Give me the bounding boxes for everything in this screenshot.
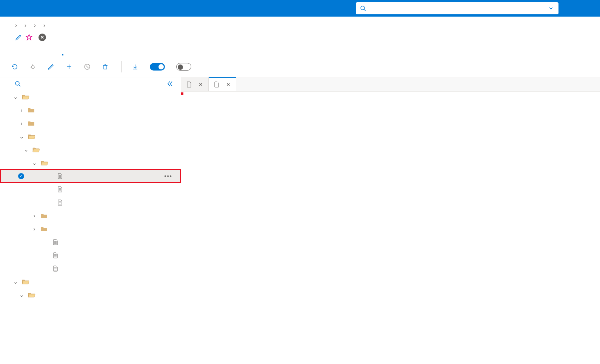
chevron-down-icon: ⌄ [23, 146, 29, 153]
file-tree-sidebar: ⌄ › › ⌄ ⌄ [0, 77, 181, 309]
svg-rect-11 [104, 65, 107, 69]
tab-fairness[interactable] [98, 48, 100, 55]
tab-explanations[interactable] [86, 48, 88, 55]
log-streaming-toggle[interactable] [150, 63, 168, 71]
chevron-right-icon: › [19, 107, 24, 113]
svg-point-3 [31, 66, 34, 69]
svg-point-16 [15, 81, 19, 85]
toggle-off-icon [176, 63, 191, 71]
file-execution-wrapper-log-2[interactable] [0, 249, 181, 262]
folder-retry-003[interactable]: › [0, 222, 181, 235]
close-icon[interactable]: ✕ [198, 81, 203, 88]
debug-button [29, 63, 39, 70]
register-model-button[interactable] [66, 63, 75, 70]
chevron-right-icon: › [19, 120, 24, 126]
file-icon [53, 266, 58, 272]
more-icon[interactable]: ••• [164, 173, 172, 179]
editor-tabs: ✕ ✕ [181, 77, 600, 92]
delete-button[interactable] [102, 63, 112, 70]
file-icon [57, 186, 63, 192]
download-all-button[interactable] [132, 63, 142, 70]
svg-marker-2 [26, 34, 32, 40]
tab-child-jobs[interactable] [50, 48, 51, 55]
chevron-down-icon: ⌄ [13, 278, 18, 285]
collapse-panel-icon[interactable] [166, 80, 173, 87]
svg-line-17 [19, 85, 20, 86]
search-scope-button[interactable] [541, 2, 558, 14]
file-lifecycler-log-2[interactable] [0, 262, 181, 275]
tab-outputs-logs[interactable] [62, 48, 63, 55]
cancel-button [84, 63, 94, 70]
folder-icon [41, 226, 48, 232]
highlight-annotation [181, 92, 183, 95]
close-icon[interactable]: ✕ [226, 81, 231, 88]
folder-user-logs[interactable]: ⌄ [0, 275, 181, 288]
svg-line-10 [86, 65, 89, 68]
favorite-icon[interactable] [26, 34, 32, 41]
file-icon [186, 81, 192, 88]
folder-retry-002[interactable]: › [0, 209, 181, 222]
breadcrumb: › › › › [0, 17, 600, 32]
search-icon [360, 5, 366, 11]
folder-open-icon [28, 292, 35, 298]
toolbar [0, 56, 600, 77]
folder-lifecycler[interactable]: ⌄ [0, 130, 181, 143]
tab-overview[interactable] [14, 48, 15, 55]
trash-icon [102, 63, 109, 70]
search-input[interactable] [369, 5, 537, 11]
folder-icon [28, 108, 35, 113]
title-row: ✕ [0, 32, 600, 48]
search-icon[interactable] [14, 80, 21, 87]
file-icon [57, 200, 63, 206]
folder-open-icon [41, 160, 48, 166]
tab-metrics[interactable] [26, 48, 27, 55]
code-view[interactable] [181, 92, 600, 92]
folder-retry-001[interactable]: ⌄ [0, 156, 181, 169]
svg-line-1 [364, 9, 366, 11]
tab-code[interactable] [74, 48, 75, 55]
file-lifecycler-log[interactable] [0, 196, 181, 209]
word-wrap-toggle[interactable] [176, 63, 194, 71]
download-icon [132, 63, 138, 70]
chevron-down-icon: ⌄ [32, 160, 37, 166]
chevron-down-icon: ⌄ [19, 292, 24, 298]
top-bar [0, 0, 600, 17]
file-icon [57, 173, 63, 179]
toggle-on-icon [150, 63, 165, 71]
folder-open-icon [22, 94, 29, 100]
folder-0[interactable]: ⌄ [0, 143, 181, 156]
chevron-right-icon: › [43, 22, 45, 28]
pencil-icon [48, 63, 54, 70]
search-box[interactable] [356, 2, 541, 14]
chevron-down-icon: ⌄ [19, 133, 24, 140]
bug-icon [29, 63, 36, 70]
editor-tab-std-log[interactable]: ✕ [181, 77, 209, 91]
plus-icon [66, 63, 72, 70]
refresh-icon [11, 63, 18, 70]
edit-submit-button[interactable] [48, 63, 57, 70]
folder-cs-capability[interactable]: › [0, 103, 181, 117]
refresh-button[interactable] [11, 63, 21, 70]
divider [122, 61, 122, 72]
folder-open-icon [22, 279, 29, 285]
status-badge: ✕ [38, 34, 48, 41]
cancel-icon [84, 63, 91, 70]
folder-system-logs[interactable]: ⌄ [0, 90, 181, 103]
file-amlarc-bootstrap-log[interactable]: ✓ ••• [0, 169, 181, 183]
canceled-icon: ✕ [38, 34, 46, 41]
edit-icon[interactable] [15, 34, 22, 41]
folder-open-icon [28, 134, 35, 140]
check-circle-icon: ✓ [18, 173, 24, 179]
editor-tab-amlarc[interactable]: ✕ [209, 77, 236, 91]
file-amlarc-bootstrap-log-2[interactable] [0, 235, 181, 249]
folder-hosttools-capability[interactable]: › [0, 117, 181, 130]
file-icon [53, 252, 58, 258]
tab-monitoring[interactable] [110, 48, 112, 55]
chevron-right-icon: › [32, 226, 37, 232]
folder-user-retry-001[interactable]: ⌄ [0, 288, 181, 301]
file-execution-wrapper-log[interactable] [0, 183, 181, 196]
tab-images[interactable] [38, 48, 39, 55]
detail-tabs [0, 48, 600, 56]
chevron-right-icon: › [15, 22, 17, 28]
chevron-right-icon: › [25, 22, 26, 28]
